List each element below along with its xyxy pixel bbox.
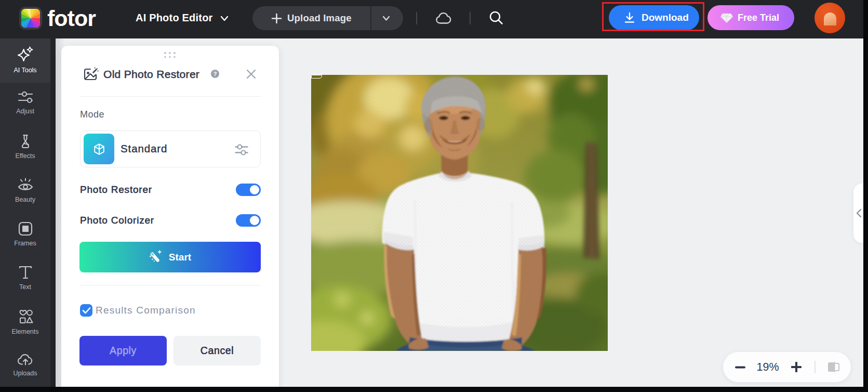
svg-text:?: ? <box>213 71 217 77</box>
